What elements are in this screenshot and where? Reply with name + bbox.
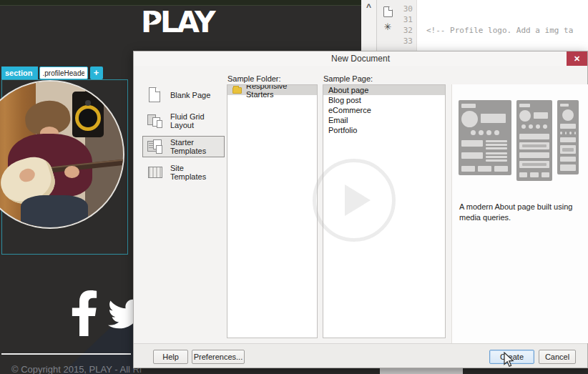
tag-add-button[interactable]: + [90, 67, 103, 79]
copyright-text: © Copyright 2015, PLAY - All Ri [11, 364, 142, 374]
category-label: Site Templates [170, 164, 221, 181]
sample-folder-label: Sample Folder: [227, 74, 281, 83]
line-number: 30 [398, 4, 413, 14]
page-item-ecommerce[interactable]: eCommerce [323, 105, 445, 115]
category-starter-templates[interactable]: Starter Templates [142, 136, 225, 157]
fluid-grid-icon [146, 112, 165, 130]
category-label: Fluid Grid Layout [170, 112, 221, 129]
dialog-titlebar[interactable]: New Document ✕ [134, 51, 587, 66]
category-site-templates[interactable]: Site Templates [142, 162, 225, 183]
page-item-email[interactable]: Email [323, 115, 445, 125]
person-jeans [21, 195, 88, 227]
dialog-title: New Document [331, 54, 390, 64]
dialog-body: Blank Page Fluid Grid Layout [134, 66, 587, 343]
category-fluid-grid-layout[interactable]: Fluid Grid Layout [142, 110, 225, 132]
element-tag-display: section + [1, 67, 103, 79]
code-editor: ^ ✳ 30 31 32 33 <!-- Profile logo. Add a… [361, 0, 588, 51]
folder-item-label: Responsive Starters [246, 84, 317, 99]
code-comment: <!-- Profile logo. Add a img ta [426, 26, 573, 35]
blank-page-icon [146, 86, 165, 104]
category-label: Starter Templates [170, 138, 221, 155]
site-templates-icon [146, 163, 165, 182]
code-line-30: <!-- Profile logo. Add a img ta [426, 25, 588, 36]
page-footer-divider [1, 353, 131, 355]
page-item-about-page[interactable]: About page [323, 85, 445, 95]
page-item-label: eCommerce [328, 106, 371, 114]
sample-folder-list[interactable]: Responsive Starters [227, 84, 318, 338]
close-button[interactable]: ✕ [567, 51, 587, 66]
tag-class-input[interactable] [39, 67, 88, 79]
asterisk-icon[interactable]: ✳ [384, 22, 392, 31]
responsive-mockups [459, 100, 579, 181]
line-number: 32 [398, 25, 413, 36]
code-area[interactable]: <!-- Profile logo. Add a img ta <p class… [417, 0, 588, 51]
sample-page-label: Sample Page: [323, 74, 373, 83]
studio-monitor-icon [72, 92, 104, 137]
play-logo-triangle-icon [150, 14, 157, 24]
sample-page-list[interactable]: About page Blog post eCommerce Email Por… [323, 84, 446, 338]
scroll-up-icon[interactable]: ^ [366, 2, 371, 12]
phone-preview [557, 100, 579, 174]
facebook-icon[interactable] [69, 290, 99, 336]
folder-icon [232, 87, 242, 94]
page-item-label: About page [328, 86, 368, 94]
tablet-preview [516, 100, 552, 181]
code-scrollbar[interactable]: ^ [361, 0, 377, 51]
category-blank-page[interactable]: Blank Page [142, 84, 225, 106]
page-item-label: Email [328, 116, 348, 124]
create-button[interactable]: Create [489, 350, 534, 364]
tag-name-label[interactable]: section [1, 67, 38, 79]
page-item-portfolio[interactable]: Portfolio [323, 125, 445, 135]
cancel-button[interactable]: Cancel [539, 350, 576, 364]
help-button[interactable]: Help [153, 350, 188, 364]
template-description: A modern About page built using media qu… [459, 202, 582, 223]
template-preview-panel: A modern About page built using media qu… [451, 84, 588, 343]
line-number: 33 [398, 36, 413, 46]
preferences-button[interactable]: Preferences... [192, 350, 245, 364]
folder-item-responsive-starters[interactable]: Responsive Starters [227, 85, 317, 95]
page-item-label: Portfolio [328, 126, 357, 134]
page-item-blog-post[interactable]: Blog post [323, 95, 445, 105]
bottom-panel-edge [380, 368, 463, 374]
app-screen: PLAY section + © Copyright 2015, PLAY - … [0, 0, 588, 374]
document-category-list: Blank Page Fluid Grid Layout [142, 84, 225, 187]
person-hand-right [64, 166, 79, 177]
desktop-preview [459, 100, 511, 175]
starter-templates-icon [146, 137, 165, 156]
line-number: 31 [398, 14, 413, 25]
page-item-label: Blog post [328, 96, 361, 104]
line-numbers: 30 31 32 33 [398, 0, 417, 51]
category-label: Blank Page [170, 91, 210, 99]
document-icon[interactable] [383, 6, 393, 17]
new-document-dialog: New Document ✕ Blank Page Fluid Grid Lay… [133, 51, 588, 368]
code-gutter: ✳ [377, 0, 398, 51]
dialog-footer: Help Preferences... Create Cancel [134, 343, 587, 368]
